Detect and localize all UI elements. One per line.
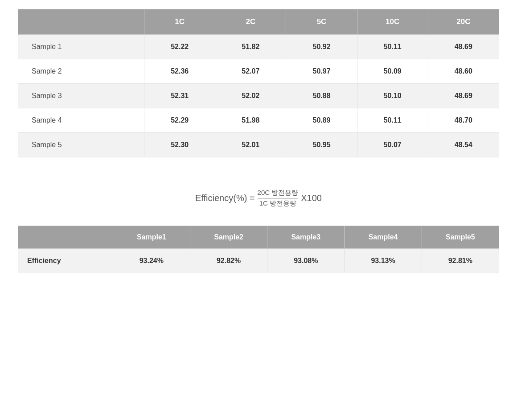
cell-r1-c3: 50.92 [286, 35, 357, 59]
eff-col-header-sample4: Sample4 [345, 226, 422, 249]
cell-r1-c2: 51.82 [215, 35, 286, 59]
formula-prefix: Efficiency(%) = [195, 193, 255, 203]
cell-r5-c5: 48.54 [428, 133, 499, 157]
cell-r4-c1: 52.29 [144, 108, 215, 133]
col-header-2c: 2C [215, 9, 286, 35]
cell-r2-c3: 50.97 [286, 59, 357, 84]
cell-r3-c5: 48.69 [428, 84, 499, 108]
formula-fraction: 20C 방전용량 1C 방전용량 [258, 189, 299, 208]
formula-numerator: 20C 방전용량 [258, 189, 299, 198]
row-label-1: Sample 1 [18, 35, 144, 59]
eff-col-header-sample1: Sample1 [113, 226, 190, 249]
eff-col-header-sample2: Sample2 [190, 226, 267, 249]
efficiency-value-4: 93.13% [345, 249, 422, 273]
cell-r4-c5: 48.70 [428, 108, 499, 133]
eff-col-header-empty [18, 226, 113, 249]
eff-col-header-sample5: Sample5 [422, 226, 499, 249]
cell-r5-c4: 50.07 [357, 133, 428, 157]
efficiency-table: Sample1 Sample2 Sample3 Sample4 Sample5 … [18, 226, 499, 273]
formula-denominator: 1C 방전용량 [259, 199, 296, 208]
eff-col-header-sample3: Sample3 [267, 226, 345, 249]
capacity-table: 1C 2C 5C 10C 20C Sample 152.2251.8250.92… [18, 9, 499, 157]
formula-section: Efficiency(%) = 20C 방전용량 1C 방전용량 X100 [195, 189, 322, 208]
cell-r4-c2: 51.98 [215, 108, 286, 133]
row-label-3: Sample 3 [18, 84, 144, 108]
efficiency-value-3: 93.08% [267, 249, 345, 273]
cell-r4-c3: 50.89 [286, 108, 357, 133]
row-label-2: Sample 2 [18, 59, 144, 84]
cell-r3-c2: 52.02 [215, 84, 286, 108]
col-header-20c: 20C [428, 9, 499, 35]
efficiency-value-5: 92.81% [422, 249, 499, 273]
cell-r4-c4: 50.11 [357, 108, 428, 133]
cell-r5-c3: 50.95 [286, 133, 357, 157]
row-label-4: Sample 4 [18, 108, 144, 133]
cell-r1-c1: 52.22 [144, 35, 215, 59]
efficiency-value-1: 93.24% [113, 249, 190, 273]
col-header-10c: 10C [357, 9, 428, 35]
table-row: Sample 552.3052.0150.9550.0748.54 [18, 133, 499, 157]
table-row: Sample 252.3652.0750.9750.0948.60 [18, 59, 499, 84]
cell-r5-c1: 52.30 [144, 133, 215, 157]
table-row: Sample 452.2951.9850.8950.1148.70 [18, 108, 499, 133]
cell-r3-c3: 50.88 [286, 84, 357, 108]
cell-r1-c5: 48.69 [428, 35, 499, 59]
cell-r3-c4: 50.10 [357, 84, 428, 108]
cell-r2-c1: 52.36 [144, 59, 215, 84]
cell-r3-c1: 52.31 [144, 84, 215, 108]
cell-r2-c4: 50.09 [357, 59, 428, 84]
cell-r1-c4: 50.11 [357, 35, 428, 59]
table-row: Sample 152.2251.8250.9250.1148.69 [18, 35, 499, 59]
efficiency-row: Efficiency 93.24% 92.82% 93.08% 93.13% 9… [18, 249, 499, 273]
cell-r5-c2: 52.01 [215, 133, 286, 157]
formula-suffix: X100 [301, 193, 322, 203]
col-header-empty [18, 9, 144, 35]
col-header-5c: 5C [286, 9, 357, 35]
cell-r2-c2: 52.07 [215, 59, 286, 84]
cell-r2-c5: 48.60 [428, 59, 499, 84]
table-row: Sample 352.3152.0250.8850.1048.69 [18, 84, 499, 108]
row-label-5: Sample 5 [18, 133, 144, 157]
col-header-1c: 1C [144, 9, 215, 35]
efficiency-row-label: Efficiency [18, 249, 113, 273]
efficiency-value-2: 92.82% [190, 249, 267, 273]
